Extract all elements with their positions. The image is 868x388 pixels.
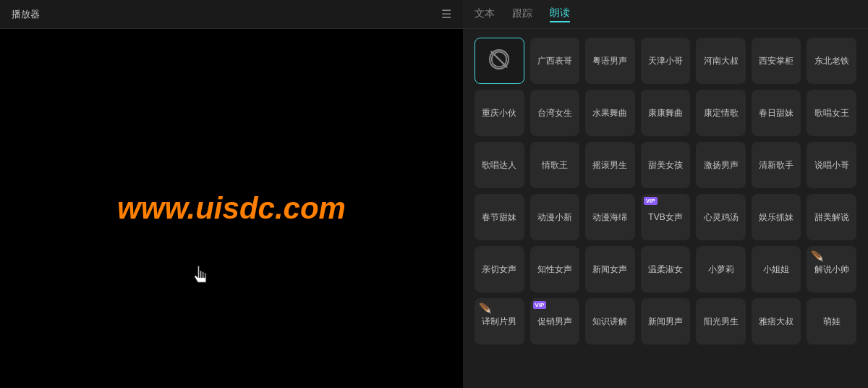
voice-label: 甜美解说 [814, 211, 849, 224]
voice-item-zhixing[interactable]: 知性女声 [530, 246, 580, 292]
voice-item-chongqing[interactable]: 重庆小伙 [475, 90, 524, 136]
voice-label: 甜美女孩 [648, 159, 683, 172]
svg-line-1 [494, 54, 505, 64]
voice-item-taiwan[interactable]: 台湾女生 [530, 90, 580, 136]
voice-label: 娱乐抓妹 [759, 211, 793, 224]
voice-item-yangguang[interactable]: 阳光男生 [696, 298, 746, 345]
voice-label: 东北老铁 [814, 55, 849, 67]
voice-label: 小姐姐 [763, 263, 789, 276]
voice-item-wenshu[interactable]: 温柔淑女 [641, 246, 691, 292]
voice-item-tianjin[interactable]: 天津小哥 [641, 38, 691, 84]
voice-item-tvb[interactable]: VIPTVB女声 [641, 194, 691, 240]
voice-label: 歌唱达人 [482, 159, 516, 172]
voice-label: 水果舞曲 [592, 107, 627, 119]
voice-label: 知性女声 [537, 263, 572, 276]
tab-text[interactable]: 文本 [475, 7, 495, 22]
voice-label: 激扬男声 [704, 159, 739, 172]
voice-item-xinwen2[interactable]: 新闻男声 [641, 298, 691, 345]
voice-label: 阳光男生 [704, 316, 739, 328]
voice-item-kangkang[interactable]: 康康舞曲 [641, 90, 691, 136]
right-header: 文本 跟踪 朗读 [463, 0, 868, 29]
voice-item-yule[interactable]: 娱乐抓妹 [752, 194, 801, 240]
voice-item-henan[interactable]: 河南大叔 [696, 38, 746, 84]
voice-label: 促销男声 [537, 316, 572, 328]
voices-grid: 广西表哥粤语男声天津小哥河南大叔西安掌柜东北老铁重庆小伙台湾女生水果舞曲康康舞曲… [475, 38, 856, 345]
voice-item-qinqie[interactable]: 亲切女声 [475, 246, 524, 292]
voice-label: 粤语男声 [592, 55, 627, 67]
menu-icon[interactable]: ☰ [441, 7, 451, 21]
voice-item-jieshuos[interactable]: 🪶解说小帅 [807, 246, 856, 292]
voice-item-geda[interactable]: 歌唱达人 [475, 142, 524, 188]
voice-item-chuntian[interactable]: 春日甜妹 [752, 90, 801, 136]
voice-label: 动漫小新 [537, 211, 572, 224]
tab-track[interactable]: 跟踪 [512, 7, 532, 22]
voice-label: 小萝莉 [708, 263, 734, 276]
voice-item-gechang[interactable]: 歌唱女王 [807, 90, 856, 136]
voice-label: 摇滚男生 [592, 159, 627, 172]
voice-item-dongbei[interactable]: 东北老铁 [807, 38, 856, 84]
voice-item-qingge[interactable]: 情歌王 [530, 142, 580, 188]
voice-label: 新闻男声 [648, 316, 683, 328]
voice-label: 春节甜妹 [482, 211, 516, 224]
voice-item-jiyang[interactable]: 激扬男声 [696, 142, 746, 188]
voice-item-xinwen[interactable]: 新闻女声 [585, 246, 635, 292]
voice-label: 温柔淑女 [648, 263, 683, 276]
voices-grid-container[interactable]: 广西表哥粤语男声天津小哥河南大叔西安掌柜东北老铁重庆小伙台湾女生水果舞曲康康舞曲… [463, 29, 868, 388]
feather-badge: 🪶 [811, 250, 823, 262]
voice-item-tian2[interactable]: 甜美解说 [807, 194, 856, 240]
voice-label: 解说小帅 [814, 263, 849, 276]
tab-reading[interactable]: 朗读 [550, 7, 570, 22]
voice-label: 春日甜妹 [759, 107, 793, 119]
voice-item-chunjie[interactable]: 春节甜妹 [475, 194, 524, 240]
voice-item-yizhipian[interactable]: 🪶译制片男 [475, 298, 524, 345]
voice-item-xiaojie[interactable]: 小姐姐 [752, 246, 801, 292]
voice-item-dongman[interactable]: 动漫小新 [530, 194, 580, 240]
voice-label: 广西表哥 [537, 55, 572, 67]
voice-item-qingxin[interactable]: 清新歌手 [752, 142, 801, 188]
voice-label: 雅痞大叔 [759, 316, 793, 328]
voice-label: 河南大叔 [704, 55, 739, 67]
voice-item-none[interactable] [475, 38, 524, 84]
voice-label: 康康舞曲 [648, 107, 683, 119]
voice-item-guangxi[interactable]: 广西表哥 [530, 38, 580, 84]
watermark-text: www.uisdc.com [117, 191, 346, 226]
voice-label: 重庆小伙 [482, 107, 516, 119]
left-panel: 播放器 ☰ www.uisdc.com [0, 0, 463, 388]
voice-item-haiman[interactable]: 动漫海绵 [585, 194, 635, 240]
svg-point-0 [492, 52, 507, 67]
voice-item-xinling[interactable]: 心灵鸡汤 [696, 194, 746, 240]
voice-label: 清新歌手 [759, 159, 793, 172]
voice-item-zhishi[interactable]: 知识讲解 [585, 298, 635, 345]
voice-label: TVB女声 [648, 211, 682, 224]
voice-item-shuiguo[interactable]: 水果舞曲 [585, 90, 635, 136]
voice-label: 萌娃 [823, 316, 841, 328]
voice-label: 台湾女生 [537, 107, 572, 119]
voice-item-shuo[interactable]: 说唱小哥 [807, 142, 856, 188]
voice-label: 天津小哥 [648, 55, 683, 67]
voice-item-mengwa[interactable]: 萌娃 [807, 298, 856, 345]
voice-item-xiaomoli[interactable]: 小萝莉 [696, 246, 746, 292]
voice-item-yazhi[interactable]: 雅痞大叔 [752, 298, 801, 345]
voice-item-kanding[interactable]: 康定情歌 [696, 90, 746, 136]
right-panel: 文本 跟踪 朗读 广西表哥粤语男声天津小哥河南大叔西安掌柜东北老铁重庆小伙台湾女… [463, 0, 868, 388]
voice-item-tianmei[interactable]: 甜美女孩 [641, 142, 691, 188]
voice-label: 新闻女声 [592, 263, 627, 276]
voice-item-xiangui[interactable]: 西安掌柜 [752, 38, 801, 84]
video-area[interactable]: www.uisdc.com [0, 29, 463, 388]
voice-label: 康定情歌 [704, 107, 739, 119]
vip-badge: VIP [644, 197, 658, 205]
cursor-icon [188, 265, 217, 294]
voice-item-yueyu[interactable]: 粤语男声 [585, 38, 635, 84]
voice-label: 译制片男 [482, 316, 516, 328]
voice-item-yaogun[interactable]: 摇滚男生 [585, 142, 635, 188]
voice-label: 心灵鸡汤 [704, 211, 739, 224]
feather-badge: 🪶 [479, 303, 491, 314]
voice-label: 动漫海绵 [592, 211, 627, 224]
voice-item-cuxiao[interactable]: VIP促销男声 [530, 298, 580, 345]
voice-label: 西安掌柜 [759, 55, 793, 67]
no-sound-icon [489, 49, 509, 69]
voice-label: 情歌王 [542, 159, 568, 172]
voice-label: 说唱小哥 [814, 159, 849, 172]
voice-label: 知识讲解 [592, 316, 627, 328]
voice-label: 歌唱女王 [814, 107, 849, 119]
